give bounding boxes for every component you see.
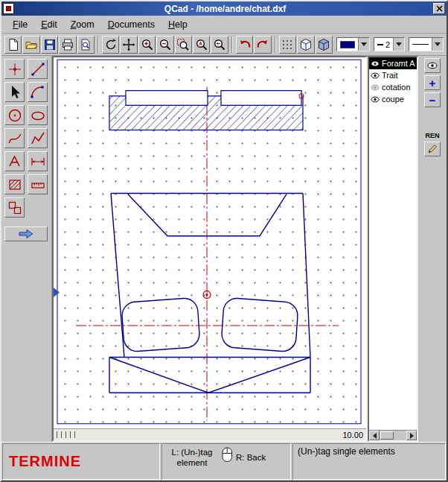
ellipses-tool-button[interactable] — [28, 105, 48, 125]
line-icon — [30, 61, 46, 77]
zoom-window-button[interactable] — [175, 36, 192, 54]
line-type-combo[interactable] — [409, 37, 444, 51]
left-mouse-hint: L: (Un-)tag element — [165, 447, 219, 469]
open-folder-icon — [25, 38, 38, 51]
add-layer-button[interactable]: + — [424, 75, 441, 90]
layer-controls: + − REN — [418, 56, 447, 442]
color-combo[interactable] — [336, 37, 370, 51]
toggle-layer-visibility-button[interactable] — [424, 58, 441, 73]
drawing-canvas[interactable] — [54, 57, 366, 428]
layer-row-trait[interactable]: Trait — [369, 69, 417, 81]
redo-button[interactable] — [254, 36, 271, 54]
measure-tool-button[interactable] — [28, 174, 48, 194]
eye-icon[interactable] — [371, 72, 380, 79]
redraw-button[interactable] — [102, 36, 119, 54]
cube-dark-icon — [317, 38, 330, 51]
zoom-auto-button[interactable] — [193, 36, 210, 54]
dimensions-tool-button[interactable] — [28, 151, 48, 171]
scroll-left-button[interactable] — [369, 431, 380, 440]
menu-zoom[interactable]: Zoom — [64, 17, 101, 32]
scroll-left-icon — [373, 433, 377, 439]
layer-row-coupe[interactable]: coupe — [369, 93, 417, 105]
menu-help[interactable]: Help — [161, 17, 194, 32]
qcad-window: QCad - /home/andre/chat.dxf File Edit Zo… — [0, 0, 448, 482]
rename-label: REN — [425, 132, 439, 139]
menu-file[interactable]: File — [6, 17, 34, 32]
draft-mode-button[interactable] — [316, 36, 333, 54]
forward-arrow-icon — [18, 229, 34, 239]
layer-name: Foramt A — [382, 59, 415, 68]
rename-layer-button[interactable] — [424, 142, 441, 156]
scrollbar-thumb[interactable] — [380, 431, 394, 440]
ruler-icon — [30, 177, 46, 193]
isometric-view-button[interactable] — [297, 36, 314, 54]
plus-icon: + — [429, 77, 436, 89]
eye-icon[interactable] — [371, 96, 380, 103]
menu-forward-button[interactable] — [4, 226, 48, 241]
zoom-in-icon — [141, 38, 154, 51]
menu-edit[interactable]: Edit — [34, 17, 64, 32]
open-file-button[interactable] — [22, 36, 39, 54]
select-tool-button[interactable] — [4, 82, 25, 102]
layer-panel: Foramt A Trait cotation coupe — [368, 56, 418, 442]
layer-name: Trait — [382, 71, 398, 80]
window-close-button[interactable] — [433, 3, 445, 14]
right-eye[interactable] — [221, 297, 298, 352]
points-tool-button[interactable] — [4, 59, 25, 79]
cad-drawing — [54, 57, 366, 428]
chevron-down-icon — [396, 42, 402, 46]
hatch-tool-button[interactable] — [4, 174, 25, 194]
scroll-right-button[interactable] — [406, 431, 417, 440]
mode-panel: TERMINE — [2, 443, 160, 480]
arcs-tool-button[interactable] — [28, 82, 48, 102]
canvas-wrap: 10.00 — [52, 56, 368, 442]
polylines-tool-button[interactable] — [28, 128, 48, 148]
print-preview-button[interactable] — [77, 36, 95, 54]
text-tool-button[interactable] — [4, 151, 25, 171]
new-file-button[interactable] — [4, 36, 22, 54]
section-view[interactable] — [109, 91, 304, 130]
width-combo-dropdown[interactable] — [393, 38, 404, 51]
undo-icon — [238, 38, 252, 51]
linetype-solid-icon — [412, 44, 429, 45]
current-color-swatch — [340, 41, 355, 48]
spline-icon — [7, 130, 23, 147]
layer-row-format[interactable]: Foramt A — [369, 57, 417, 69]
circles-tool-button[interactable] — [4, 105, 25, 125]
hatch-icon — [7, 177, 23, 193]
eye-icon[interactable] — [371, 60, 380, 67]
blocks-icon — [7, 200, 23, 216]
action-hint: (Un-)tag single elements — [298, 446, 395, 457]
layer-list-hscrollbar[interactable] — [369, 430, 417, 440]
remove-layer-button[interactable]: − — [424, 92, 441, 107]
grid-toggle-button[interactable] — [279, 36, 296, 54]
circle-icon — [7, 107, 23, 124]
line-width-combo[interactable]: 2 — [374, 37, 405, 51]
zoom-in-button[interactable] — [138, 36, 156, 54]
minus-icon: − — [429, 95, 436, 106]
point-icon — [7, 61, 23, 77]
left-eye[interactable] — [121, 297, 200, 352]
linetype-combo-dropdown[interactable] — [432, 38, 443, 51]
print-button[interactable] — [59, 36, 76, 54]
layer-row-cotation[interactable]: cotation — [369, 81, 417, 93]
splines-tool-button[interactable] — [4, 128, 25, 148]
chevron-down-icon — [435, 42, 441, 46]
color-combo-dropdown[interactable] — [358, 38, 369, 51]
zoom-window-icon — [176, 38, 190, 51]
lines-tool-button[interactable] — [28, 59, 48, 79]
action-hint-panel: (Un-)tag single elements — [292, 443, 446, 480]
menu-documents[interactable]: Documents — [101, 17, 161, 32]
save-file-button[interactable] — [41, 36, 58, 54]
printer-icon — [61, 38, 74, 51]
pan-button[interactable] — [120, 36, 137, 54]
eye-closed-icon[interactable] — [371, 84, 380, 91]
undo-button[interactable] — [236, 36, 253, 54]
titlebar[interactable]: QCad - /home/andre/chat.dxf — [1, 1, 447, 16]
zoom-previous-button[interactable] — [211, 36, 228, 54]
window-menu-icon[interactable] — [3, 3, 14, 14]
blocks-tool-button[interactable] — [4, 197, 25, 218]
cad-toolbox — [1, 56, 52, 442]
window-title: QCad - /home/andre/chat.dxf — [17, 4, 433, 14]
zoom-out-button[interactable] — [156, 36, 173, 54]
